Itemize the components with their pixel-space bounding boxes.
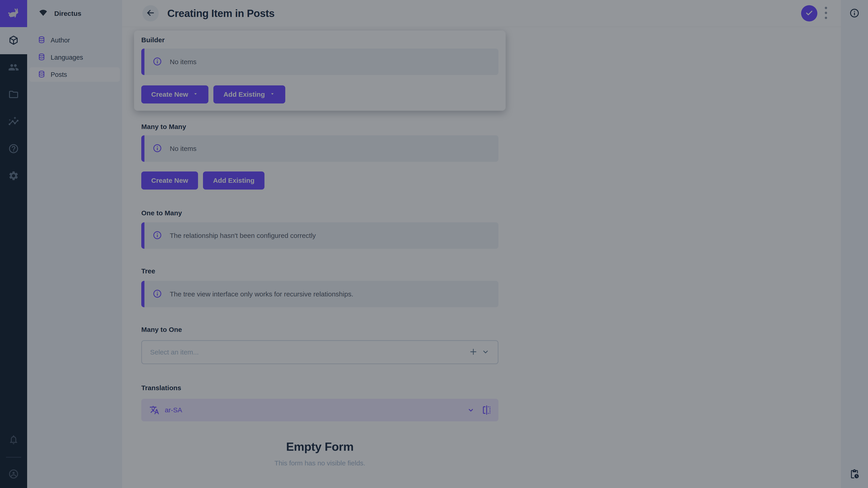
modal-overlay[interactable]	[0, 0, 868, 488]
directus-app: Directus Author Languages Posts	[0, 0, 868, 488]
